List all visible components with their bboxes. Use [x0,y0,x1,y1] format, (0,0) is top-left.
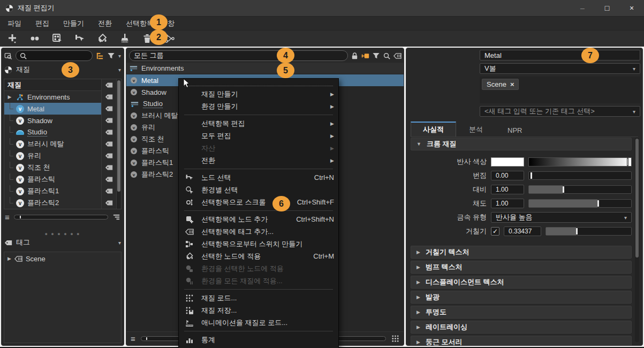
cleanup-button[interactable] [118,32,132,45]
section-roughness-texture[interactable]: ▶ 거칠기 텍스처 [411,246,632,259]
contrast-value[interactable]: 1.00 [491,185,524,194]
grid-view-icon[interactable] [391,335,399,343]
tab-analytic[interactable]: 분석 [457,123,495,137]
row-tag-icon[interactable] [102,162,116,173]
contrast-slider[interactable] [528,185,632,194]
tag-tree-item-scene[interactable]: ▶ Scene [4,252,121,265]
menu-select-nodes[interactable]: 노드 선택Ctrl+N [179,171,338,184]
preview-toggle-icon[interactable] [361,52,369,60]
row-tag-icon[interactable] [102,91,116,103]
section-displacement-texture[interactable]: ▶ 디스플레이스먼트 텍스처 [411,276,632,289]
new-tag-select[interactable]: <새 태그 입력 또는 기존 태그 선택> ▾ [480,106,640,117]
filter-icon[interactable] [372,52,380,60]
panel-splitter[interactable]: ● ● ● ● ● ● [2,231,124,237]
tree-item-shadow[interactable]: v Shadow [4,115,101,126]
close-button[interactable]: × [619,0,644,16]
section-raytracing[interactable]: ▶ 레이트레이싱 [411,321,632,334]
tree-scrollbar[interactable] [116,79,121,209]
menu-window[interactable]: 창 [168,19,175,28]
preview-type-select[interactable]: V볼 ▾ [480,63,640,74]
row-tag-icon[interactable] [102,138,116,150]
menu-scroll-to-selection[interactable]: 선택항목으로 스크롤Ctrl+Shift+F [179,196,338,208]
menu-load-material[interactable]: 재질 로드... [179,292,338,304]
menu-file[interactable]: 파일 [7,19,21,28]
list-group-environments[interactable]: Environments [126,63,404,74]
row-tag-icon[interactable] [102,197,116,209]
roughness-checkbox[interactable]: ✓ [491,227,499,236]
scene-search-icon[interactable] [4,52,12,60]
menu-select-by-environment[interactable]: 환경별 선택 [179,184,338,196]
menu-save-material[interactable]: 재질 저장... [179,304,338,316]
roughness-value[interactable]: 0.33437 [504,226,541,236]
search-input[interactable] [16,50,93,61]
group-combobox[interactable]: 모든 그룹 [129,50,348,61]
saturation-value[interactable]: 1.00 [491,199,524,208]
tag-chip-scene[interactable]: Scene × [482,79,519,90]
menu-convert[interactable]: 전환 [98,19,112,28]
saturation-slider[interactable] [528,199,632,208]
tree-item-woven-cloth[interactable]: v 직조 천 [4,162,101,173]
section-bump-texture[interactable]: ▶ 범프 텍스처 [411,261,632,274]
reflect-color-swatch[interactable] [491,157,524,167]
metal-type-select[interactable]: 반사율 높음 ▾ [491,212,632,223]
search-icon[interactable] [383,52,391,60]
reflect-color-gradient[interactable] [528,157,632,167]
tree-item-environments[interactable]: ▶ Environments [4,91,101,103]
row-tag-icon[interactable] [102,126,116,138]
bleed-slider[interactable] [528,171,632,180]
tab-realistic[interactable]: 사실적 [411,122,456,137]
menu-statistics[interactable]: 통계 [179,334,338,346]
tree-item-metal[interactable]: v Metal [4,103,101,115]
select-node-button[interactable] [73,32,87,45]
section-emission[interactable]: ▶ 발광 [411,291,632,304]
tree-item-plastic1[interactable]: v 플라스틱1 [4,185,101,197]
tree-item-glass[interactable]: v 유리 [4,150,101,162]
apply-material-button[interactable] [95,32,109,45]
material-name-input[interactable] [480,50,640,60]
tree-item-brushed-metal[interactable]: v 브러시 메탈 [4,138,101,150]
menu-edit-all[interactable]: 모두 편집▶ [179,130,338,142]
filter-caret-icon[interactable]: ▾ [118,53,121,59]
menu-tearoff-handle[interactable] [184,82,333,86]
tree-item-studio[interactable]: Studio [4,126,101,138]
bleed-value[interactable]: 0.00 [491,171,524,180]
list-view-icon[interactable]: ≡ [131,334,135,343]
tree-item-plastic[interactable]: v 플라스틱 [4,173,101,185]
menu-edit[interactable]: 편집 [35,19,49,28]
expand-icon[interactable]: ▶ [7,256,11,261]
minimize-button[interactable]: – [570,0,595,16]
menu-make-switch-from-selection[interactable]: 선택항목으로부터 스위치 만들기 [179,238,338,250]
filter-icon[interactable] [107,52,115,60]
tree-item-plastic2[interactable]: v 플라스틱2 [4,197,101,209]
add-material-button[interactable] [5,32,19,45]
row-tag-icon[interactable] [102,185,116,197]
section-chrome-material[interactable]: ▼ 크롬 재질 [411,138,632,150]
properties-scrollbar[interactable] [635,138,639,342]
select-in-window-button[interactable] [50,32,64,45]
lock-icon[interactable] [351,52,359,60]
row-tag-icon[interactable] [102,173,116,185]
close-icon[interactable]: × [510,80,514,88]
row-tag-icon[interactable] [102,150,116,162]
menu-create-environment[interactable]: 환경 만들기▶ [179,100,338,112]
row-tag-icon[interactable] [102,103,116,115]
duplicate-button[interactable] [28,32,42,45]
roughness-slider[interactable] [545,227,632,236]
menu-add-nodes-to-selection[interactable]: 선택항목에 노드 추가Ctrl+Shift+N [179,213,338,225]
maximize-button[interactable]: □ [595,0,619,16]
row-tag-icon[interactable] [102,115,116,126]
menu-edit-selection[interactable]: 선택항목 편집▶ [179,117,338,130]
thumbnail-size-slider[interactable] [14,215,108,220]
section-transparency[interactable]: ▶ 투명도 [411,306,632,319]
list-view-icon[interactable]: ≡ [5,213,10,222]
menu-load-animation-as-material[interactable]: 애니메이션을 재질로 로드... [179,316,338,329]
tag-icon[interactable] [393,52,401,60]
menu-convert[interactable]: 전환▶ [179,154,338,167]
menu-add-tag-to-selection[interactable]: 선택항목에 태그 추가... [179,225,338,238]
section-rounded-edges[interactable]: ▶ 둥근 모서리 [411,336,632,346]
menu-apply-to-selected-nodes[interactable]: 선택한 노드에 적용Ctrl+M [179,250,338,262]
expand-icon[interactable]: ▶ [6,94,13,100]
menu-create[interactable]: 만들기 [63,19,84,28]
tab-npr[interactable]: NPR [496,124,534,137]
menu-create-material[interactable]: 재질 만들기▶ [179,88,338,100]
